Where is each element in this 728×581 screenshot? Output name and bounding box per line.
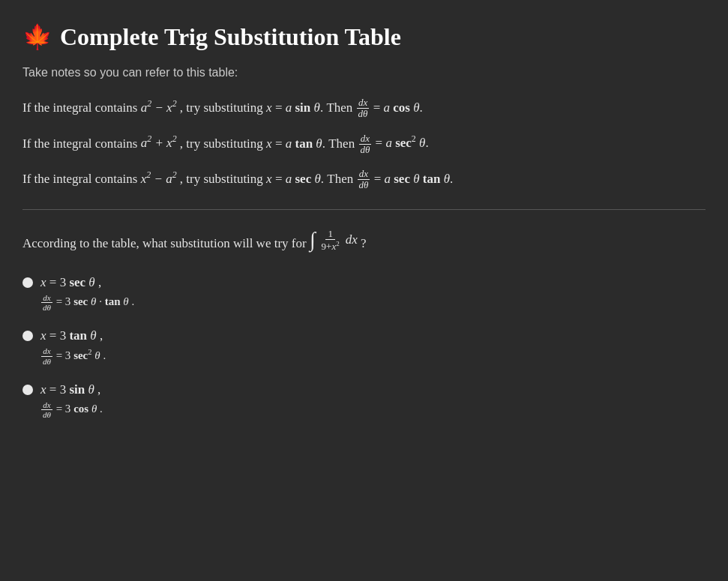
- answer-option-c[interactable]: x = 3 sin θ , dx dθ = 3 cos θ .: [22, 382, 706, 419]
- divider: [22, 209, 706, 210]
- answer-c-frac: dx dθ: [41, 400, 52, 419]
- answer-option-a[interactable]: x = 3 sec θ , dx dθ = 3 sec θ · tan θ .: [22, 275, 706, 312]
- integral-symbol: ∫: [310, 229, 316, 250]
- integral-fraction: 1 9+x2: [319, 228, 342, 253]
- answer-a-main: x = 3 sec θ ,: [40, 275, 101, 290]
- rule-1-result: = a cos θ.: [373, 100, 423, 115]
- answer-a-sub: dx dθ = 3 sec θ · tan θ .: [40, 293, 706, 312]
- subtitle: Take notes so you can refer to this tabl…: [22, 66, 706, 79]
- bullet-c: [22, 385, 33, 395]
- question-suffix: ?: [361, 235, 367, 250]
- rule-3-prefix: If the integral contains: [22, 172, 141, 186]
- answer-a-bullet-row: x = 3 sec θ ,: [22, 275, 706, 290]
- answer-b-sub-text: = 3 sec2 θ .: [56, 349, 106, 361]
- answer-option-b[interactable]: x = 3 tan θ , dx dθ = 3 sec2 θ .: [22, 328, 706, 365]
- rule-1-middle: , try substituting x = a sin θ. Then: [180, 100, 356, 115]
- rule-1: If the integral contains a2 − x2 , try s…: [22, 96, 706, 120]
- question: According to the table, what substitutio…: [22, 228, 706, 255]
- rule-3-result: = a sec θ tan θ.: [374, 172, 454, 186]
- rule-3: If the integral contains x2 − a2 , try s…: [22, 167, 706, 191]
- rule-1-prefix: If the integral contains: [22, 100, 141, 115]
- question-prefix: According to the table, what substitutio…: [22, 235, 310, 250]
- rule-2-frac: dx dθ: [358, 133, 371, 156]
- integral-expression: ∫ 1 9+x2 dx: [310, 228, 358, 253]
- answer-c-main: x = 3 sin θ ,: [40, 382, 100, 397]
- rule-2-result: = a sec2 θ.: [376, 136, 429, 150]
- rule-3-frac: dx dθ: [358, 169, 370, 191]
- rule-2-condition: a2 + x2: [141, 136, 177, 150]
- answer-c-sub-text: = 3 cos θ .: [56, 403, 103, 415]
- rule-2: If the integral contains a2 + x2 , try s…: [22, 132, 706, 156]
- rule-3-condition: x2 − a2: [141, 172, 177, 186]
- maple-leaf-icon: 🍁: [22, 22, 52, 51]
- rule-1-frac: dx dθ: [357, 97, 370, 120]
- rule-2-middle: , try substituting x = a tan θ. Then: [180, 136, 358, 150]
- answer-b-main: x = 3 tan θ ,: [40, 328, 103, 343]
- bullet-a: [22, 277, 33, 288]
- answer-b-sub: dx dθ = 3 sec2 θ .: [40, 346, 706, 365]
- answer-c-sub: dx dθ = 3 cos θ .: [40, 400, 706, 419]
- rule-1-condition: a2 − x2: [141, 100, 177, 115]
- answer-a-frac: dx dθ: [41, 293, 52, 312]
- answer-b-bullet-row: x = 3 tan θ ,: [22, 328, 706, 343]
- rule-3-middle: , try substituting x = a sec θ. Then: [180, 172, 357, 186]
- page-title: 🍁 Complete Trig Substitution Table: [22, 22, 706, 51]
- answer-a-sub-text: = 3 sec θ · tan θ .: [56, 295, 134, 307]
- bullet-b: [22, 331, 33, 341]
- rule-2-prefix: If the integral contains: [22, 136, 141, 150]
- answer-b-frac: dx dθ: [41, 346, 52, 365]
- dx-label: dx: [346, 229, 358, 251]
- title-text: Complete Trig Substitution Table: [60, 23, 401, 51]
- answer-c-bullet-row: x = 3 sin θ ,: [22, 382, 706, 397]
